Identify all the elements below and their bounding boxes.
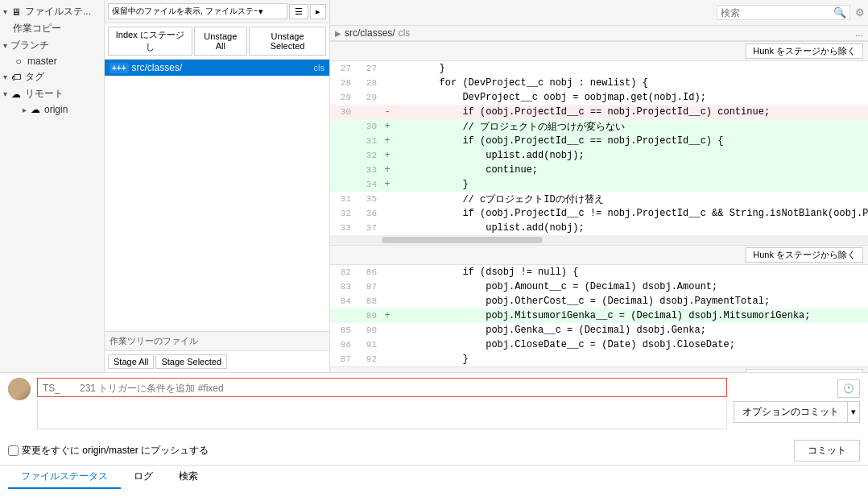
push-label-text: 変更をすぐに origin/master にプッシュする xyxy=(22,444,209,458)
avatar xyxy=(8,378,31,400)
middle-panel: 保留中のファイルを表示, ファイルステータス順 ▾ ☰ ▸ Index にステー… xyxy=(105,0,330,372)
origin-cloud-icon: ☁ xyxy=(30,104,41,115)
gear-icon[interactable]: ⚙ xyxy=(855,6,865,19)
diff-file-icon: ▶ xyxy=(335,29,341,38)
commit-row: 🕐 オプションのコミット ▾ xyxy=(0,373,868,437)
search-input[interactable] xyxy=(721,7,833,19)
sidebar-item-workcopy[interactable]: 作業コピー xyxy=(0,20,104,37)
hunk-remove-btn-1[interactable]: Hunk をステージから除く xyxy=(746,43,863,59)
stage-selected-button[interactable]: Stage Selected xyxy=(155,354,227,369)
caret-filestatus: ▾ xyxy=(3,7,7,16)
unstage-selected-button[interactable]: Unstage Selected xyxy=(249,27,326,56)
diff-line: 3135 // cプロジェクトIDの付け替え xyxy=(330,192,868,206)
diff-line: 3337 uplist.add(nobj); xyxy=(330,221,868,235)
diff-line: 8488 pobj.OtherCost__c = (Decimal) dsobj… xyxy=(330,294,868,308)
stage-buttons-row: Index にステージし Unstage All Unstage Selecte… xyxy=(105,23,329,60)
diff-hunk-bar-3: Hunk をステージから除く xyxy=(330,366,868,372)
diff-dots: ... xyxy=(855,27,863,39)
bottom-area: 🕐 オプションのコミット ▾ 変更をすぐに origin/master にプッシ… xyxy=(0,372,868,501)
caret-tag: ▾ xyxy=(3,72,7,81)
diff-line-added: 34+ } xyxy=(330,177,868,192)
diff-content[interactable]: Hunk をステージから除く 2727 } 2828 for (DevProje… xyxy=(330,41,868,372)
tab-search[interactable]: 検索 xyxy=(166,466,211,489)
sidebar-item-origin[interactable]: ▸ ☁ origin xyxy=(0,102,104,117)
diff-line: 8286 if (dsobj != null) { xyxy=(330,265,868,279)
tab-log[interactable]: ログ xyxy=(121,466,166,489)
push-checkbox-input[interactable] xyxy=(8,445,19,456)
file-filter-label: 保留中のファイルを表示, ファイルステータス順 xyxy=(112,6,257,17)
diff-line: 8387 pobj.Amount__c = (Decimal) dsobj.Am… xyxy=(330,279,868,294)
options-commit-arrow-button[interactable]: ▾ xyxy=(848,401,860,423)
diff-panel: 🔍 ⚙ ▶ src/classes/ cls ... Hunk をステージから除… xyxy=(330,0,868,372)
sidebar-label-branch: ブランチ xyxy=(10,39,49,52)
caret-branch: ▾ xyxy=(3,41,7,50)
diff-file-name: src/classes/ xyxy=(345,27,395,39)
file-filter-dropdown[interactable]: 保留中のファイルを表示, ファイルステータス順 ▾ xyxy=(108,3,287,19)
diff-line: 3236 if (oobj.ProjectId__c != nobj.Proje… xyxy=(330,206,868,221)
dropdown-arrow-icon: ▾ xyxy=(258,6,263,17)
scrollbar-thumb xyxy=(382,237,543,243)
sidebar-item-tag[interactable]: ▾ 🏷 タグ xyxy=(0,68,104,85)
sidebar-label-workcopy: 作業コピー xyxy=(13,22,61,35)
right-top-bar: 🔍 ⚙ xyxy=(330,0,868,26)
middle-toolbar: 保留中のファイルを表示, ファイルステータス順 ▾ ☰ ▸ xyxy=(105,0,329,23)
menu-icon-btn[interactable]: ☰ xyxy=(289,4,308,19)
commit-input-area xyxy=(37,378,727,432)
app-container: ▾ 🖥 ファイルステ... 作業コピー ▾ ブランチ ○ master ▾ 🏷 … xyxy=(0,0,868,501)
diff-line: 8590 pobj.Genka__c = (Decimal) dsobj.Gen… xyxy=(330,323,868,337)
file-badge: +++ xyxy=(110,63,129,73)
sidebar-item-filestatus[interactable]: ▾ 🖥 ファイルステ... xyxy=(0,3,104,20)
file-name: src/classes/ xyxy=(132,62,311,73)
caret-remote: ▾ xyxy=(3,89,7,98)
horizontal-scrollbar[interactable] xyxy=(330,235,868,245)
diff-line: 8691 pobj.CloseDate__c = (Date) dsobj.Cl… xyxy=(330,337,868,352)
diff-line-added: 31+ if (oobj.ProjectId__c == nobj.Projec… xyxy=(330,134,868,148)
sidebar-item-master[interactable]: ○ master xyxy=(0,54,104,68)
top-area: ▾ 🖥 ファイルステ... 作業コピー ▾ ブランチ ○ master ▾ 🏷 … xyxy=(0,0,868,372)
tab-filestatus[interactable]: ファイルステータス xyxy=(8,466,121,489)
commit-description-input[interactable] xyxy=(37,400,727,429)
commit-message-input[interactable] xyxy=(37,378,727,397)
sidebar-label-origin: origin xyxy=(44,104,68,115)
staged-file-list: +++ src/classes/ cls xyxy=(105,60,329,331)
sidebar-label-tag: タグ xyxy=(25,70,44,84)
hunk-remove-btn-2[interactable]: Hunk をステージから除く xyxy=(746,247,863,263)
sidebar-label-master: master xyxy=(27,56,57,67)
worktree-buttons-row: Stage All Stage Selected xyxy=(105,351,329,372)
worktree-section-label: 作業ツリーのファイル xyxy=(105,331,329,351)
diff-line-added: 89+ pobj.MitsumoriGenka__c = (Decimal) d… xyxy=(330,308,868,323)
stage-all-button[interactable]: Stage All xyxy=(108,354,154,369)
sidebar-item-remote[interactable]: ▾ ☁ リモート xyxy=(0,85,104,102)
sidebar-label-filestatus: ファイルステ... xyxy=(25,5,91,19)
commit-options-row: 変更をすぐに origin/master にプッシュする コミット xyxy=(0,437,868,465)
search-bar: 🔍 xyxy=(717,5,850,20)
file-ext: cls xyxy=(314,63,324,72)
circle-icon: ○ xyxy=(13,56,24,67)
push-checkbox-label[interactable]: 変更をすぐに origin/master にプッシュする xyxy=(8,444,209,458)
diff-line: 2929 DevProject__c oobj = oobjmap.get(no… xyxy=(330,90,868,105)
unstage-all-button[interactable]: Unstage All xyxy=(194,27,248,56)
diff-hunk-bar-1: Hunk をステージから除く xyxy=(330,41,868,61)
diff-line-added: 32+ uplist.add(nobj); xyxy=(330,148,868,163)
tag-icon: 🏷 xyxy=(10,72,22,83)
bottom-tabs: ファイルステータス ログ 検索 xyxy=(0,465,868,489)
index-stage-button[interactable]: Index にステージし xyxy=(108,27,192,56)
caret-origin: ▸ xyxy=(23,106,27,114)
diff-line-removed: 30- if (oobj.ProjectId__c == nobj.Projec… xyxy=(330,105,868,119)
avatar-shape xyxy=(8,378,31,400)
diff-file-ext: cls xyxy=(399,27,411,39)
monitor-icon: 🖥 xyxy=(10,6,22,18)
sidebar-item-branch[interactable]: ▾ ブランチ xyxy=(0,37,104,54)
commit-button[interactable]: コミット xyxy=(794,440,860,462)
options-commit-main-button[interactable]: オプションのコミット xyxy=(734,401,848,423)
search-icon: 🔍 xyxy=(833,6,846,19)
options-commit-btn-group: オプションのコミット ▾ xyxy=(734,401,860,423)
staged-file-item[interactable]: +++ src/classes/ cls xyxy=(105,60,329,76)
diff-line: 2727 } xyxy=(330,61,868,76)
diff-line: 2828 for (DevProject__c nobj : newlist) … xyxy=(330,76,868,90)
history-button[interactable]: 🕐 xyxy=(837,379,860,398)
settings-icon-btn[interactable]: ▸ xyxy=(310,4,326,19)
diff-hunk-bar-2: Hunk をステージから除く xyxy=(330,245,868,265)
diff-header: ▶ src/classes/ cls ... xyxy=(330,26,868,41)
cloud-icon: ☁ xyxy=(10,89,22,100)
